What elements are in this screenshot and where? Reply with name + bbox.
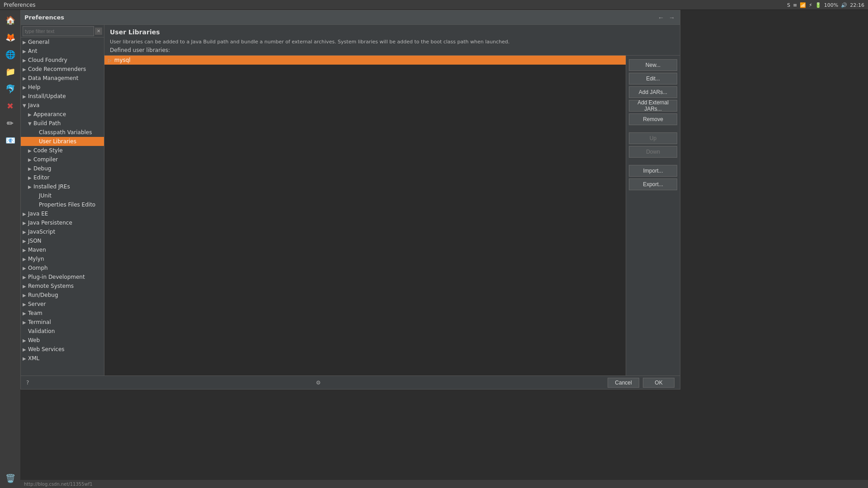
tree-item-compiler[interactable]: ▶Compiler [21, 155, 104, 164]
taskbar-icon-trash[interactable]: 🗑️ [2, 470, 19, 486]
tree-arrow-xml: ▶ [23, 356, 28, 361]
lib-expand-icon-mysql: ▷ [108, 58, 112, 63]
window-title: Preferences [4, 2, 36, 8]
tree-arrow-run-debug: ▶ [23, 293, 28, 298]
tree-item-maven[interactable]: ▶Maven [21, 245, 104, 254]
tree-item-java-appearance[interactable]: ▶Appearance [21, 110, 104, 119]
tree-item-team[interactable]: ▶Team [21, 309, 104, 318]
remove-button[interactable]: Remove [629, 113, 677, 125]
tree-item-mylyn[interactable]: ▶Mylyn [21, 254, 104, 263]
tree-label-java-appearance: Appearance [33, 111, 66, 117]
forward-button[interactable]: → [667, 13, 676, 22]
tree-item-editor[interactable]: ▶Editor [21, 173, 104, 182]
preferences-dialog: Preferences ← → ✕ ▶General▶Ant▶Cloud Fou… [20, 10, 680, 389]
battery-icon[interactable]: 🔋 [815, 2, 821, 8]
filter-clear-button[interactable]: ✕ [95, 28, 102, 35]
tree-item-validation[interactable]: Validation [21, 327, 104, 336]
taskbar-icon-db[interactable]: 🐬 [2, 80, 19, 97]
tree-item-classpath-variables[interactable]: Classpath Variables [21, 128, 104, 137]
tree-item-server[interactable]: ▶Server [21, 300, 104, 309]
new-button[interactable]: New... [629, 59, 677, 71]
help-icon[interactable]: ? [26, 380, 29, 386]
tree-label-junit: JUnit [39, 192, 52, 199]
tree-arrow-java-appearance: ▶ [28, 112, 33, 117]
tree-label-remote-systems: Remote Systems [28, 283, 74, 289]
tree-arrow-web-services: ▶ [23, 347, 28, 352]
wifi-icon[interactable]: 📶 [800, 2, 806, 8]
system-tray: S ≡ 📶 ⚡ 🔋 100% 🔊 22:16 [783, 0, 868, 10]
taskbar-icon-mail[interactable]: 📧 [2, 132, 19, 148]
tree-arrow-server: ▶ [23, 302, 28, 307]
tree-item-data-management[interactable]: ▶Data Management [21, 74, 104, 83]
tree-item-xml[interactable]: ▶XML [21, 354, 104, 363]
tree-item-java-build-path[interactable]: ▼Build Path [21, 119, 104, 128]
filter-bar: ✕ [21, 25, 104, 38]
tree-item-code-style[interactable]: ▶Code Style [21, 146, 104, 155]
skype-icon[interactable]: S [787, 2, 790, 8]
tree-item-junit[interactable]: JUnit [21, 191, 104, 200]
volume-icon[interactable]: 🔊 [841, 2, 847, 8]
tree-arrow-javascript: ▶ [23, 230, 28, 235]
tree-label-plugin-development: Plug-in Development [28, 274, 85, 280]
down-button[interactable]: Down [629, 146, 677, 158]
export-button[interactable]: Export... [629, 178, 677, 190]
dialog-header: Preferences ← → [21, 10, 680, 25]
tree-item-run-debug[interactable]: ▶Run/Debug [21, 291, 104, 300]
tree-item-json[interactable]: ▶JSON [21, 236, 104, 245]
clock: 22:16 [850, 2, 864, 8]
import-button[interactable]: Import... [629, 165, 677, 177]
tree-item-oomph[interactable]: ▶Oomph [21, 263, 104, 272]
tree-item-java-persistence[interactable]: ▶Java Persistence [21, 218, 104, 227]
tree-item-properties-files-editor[interactable]: Properties Files Edito [21, 200, 104, 209]
tree-item-web[interactable]: ▶Web [21, 336, 104, 345]
tree-label-web-services: Web Services [28, 346, 65, 352]
tree-item-general[interactable]: ▶General [21, 38, 104, 47]
tree-arrow-cloud-foundry: ▶ [23, 58, 28, 63]
tree-item-installed-jres[interactable]: ▶Installed JREs [21, 182, 104, 191]
tree-item-debug[interactable]: ▶Debug [21, 164, 104, 173]
edit-button[interactable]: Edit... [629, 73, 677, 84]
tree-item-help[interactable]: ▶Help [21, 83, 104, 92]
filter-input[interactable] [23, 26, 94, 36]
bluetooth-icon[interactable]: ⚡ [809, 2, 812, 8]
tree-item-plugin-development[interactable]: ▶Plug-in Development [21, 272, 104, 282]
tree-item-java-ee[interactable]: ▶Java EE [21, 209, 104, 218]
tree-label-javascript: JavaScript [28, 229, 55, 235]
settings-icon[interactable]: ⚙ [316, 380, 321, 386]
content-header: User Libraries User libraries can be add… [104, 25, 680, 56]
tree-item-terminal[interactable]: ▶Terminal [21, 318, 104, 327]
tree-label-web: Web [28, 337, 40, 343]
dialog-title-label: Preferences [24, 14, 64, 21]
tree-item-install-update[interactable]: ▶Install/Update [21, 92, 104, 101]
add-external-jars-button[interactable]: Add External JARs... [629, 100, 677, 112]
tree-item-user-libraries[interactable]: User Libraries [21, 137, 104, 146]
tree-arrow-code-style: ▶ [28, 148, 33, 153]
add-jars-button[interactable]: Add JARs... [629, 86, 677, 98]
tree-item-javascript[interactable]: ▶JavaScript [21, 227, 104, 236]
taskbar-icon-home[interactable]: 🏠 [2, 12, 19, 28]
tree-arrow-installed-jres: ▶ [28, 184, 33, 189]
content-main: ▷mysql New... Edit... Add JARs... Add Ex… [104, 56, 680, 375]
up-button[interactable]: Up [629, 132, 677, 144]
tree-label-java: Java [28, 102, 39, 108]
tree-label-install-update: Install/Update [28, 93, 66, 99]
tree-label-general: General [28, 39, 49, 45]
tree-item-ant[interactable]: ▶Ant [21, 47, 104, 56]
taskbar-icon-chrome[interactable]: 🌐 [2, 46, 19, 62]
tree-item-cloud-foundry[interactable]: ▶Cloud Foundry [21, 56, 104, 65]
ok-button[interactable]: OK [643, 378, 675, 388]
url-text: http://blog.csdn.net/11355wf1 [24, 482, 93, 487]
tree-item-web-services[interactable]: ▶Web Services [21, 345, 104, 354]
tree-item-java[interactable]: ▼Java [21, 101, 104, 110]
cancel-button[interactable]: Cancel [608, 378, 639, 388]
back-button[interactable]: ← [656, 13, 665, 22]
library-item-mysql[interactable]: ▷mysql [104, 56, 626, 65]
taskbar-icon-pencil[interactable]: ✏️ [2, 115, 19, 131]
taskbar-icon-firefox[interactable]: 🦊 [2, 29, 19, 45]
taskbar-icon-error[interactable]: ✖ [2, 98, 19, 114]
tree-label-cloud-foundry: Cloud Foundry [28, 57, 67, 63]
menu-icon[interactable]: ≡ [793, 2, 797, 8]
tree-item-code-recommenders[interactable]: ▶Code Recommenders [21, 65, 104, 74]
taskbar-icon-files[interactable]: 📁 [2, 63, 19, 80]
tree-item-remote-systems[interactable]: ▶Remote Systems [21, 282, 104, 291]
